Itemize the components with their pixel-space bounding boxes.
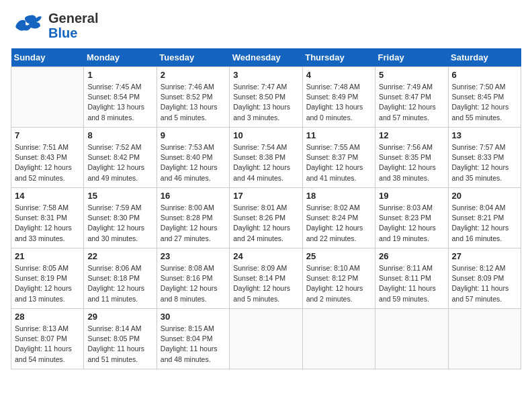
day-info: Sunrise: 7:50 AM Sunset: 8:45 PM Dayligh… bbox=[452, 82, 517, 123]
calendar-cell: 12Sunrise: 7:56 AM Sunset: 8:35 PM Dayli… bbox=[375, 128, 448, 188]
day-number: 30 bbox=[161, 312, 226, 322]
day-info: Sunrise: 8:04 AM Sunset: 8:21 PM Dayligh… bbox=[452, 203, 517, 244]
header-day: Monday bbox=[84, 48, 157, 67]
day-number: 17 bbox=[233, 191, 298, 201]
day-number: 24 bbox=[233, 251, 298, 261]
day-number: 28 bbox=[15, 312, 80, 322]
calendar-cell bbox=[302, 309, 375, 369]
day-number: 9 bbox=[161, 130, 226, 140]
day-number: 6 bbox=[452, 70, 517, 80]
day-number: 20 bbox=[452, 191, 517, 201]
header-day: Thursday bbox=[302, 48, 375, 67]
calendar-week: 21Sunrise: 8:05 AM Sunset: 8:19 PM Dayli… bbox=[11, 248, 521, 309]
day-number: 10 bbox=[233, 130, 298, 140]
calendar-cell: 26Sunrise: 8:11 AM Sunset: 8:11 PM Dayli… bbox=[375, 248, 448, 309]
header-day: Wednesday bbox=[230, 48, 302, 67]
day-number: 25 bbox=[306, 251, 371, 261]
day-number: 29 bbox=[87, 312, 152, 322]
day-info: Sunrise: 8:09 AM Sunset: 8:14 PM Dayligh… bbox=[233, 263, 298, 304]
day-number: 26 bbox=[379, 251, 444, 261]
calendar-week: 1Sunrise: 7:45 AM Sunset: 8:54 PM Daylig… bbox=[11, 67, 521, 128]
calendar-cell: 2Sunrise: 7:46 AM Sunset: 8:52 PM Daylig… bbox=[157, 67, 229, 128]
day-number: 12 bbox=[379, 130, 444, 140]
calendar-cell: 27Sunrise: 8:12 AM Sunset: 8:09 PM Dayli… bbox=[448, 248, 521, 309]
calendar-cell: 25Sunrise: 8:10 AM Sunset: 8:12 PM Dayli… bbox=[302, 248, 375, 309]
day-info: Sunrise: 8:12 AM Sunset: 8:09 PM Dayligh… bbox=[452, 263, 517, 304]
calendar-cell bbox=[375, 309, 448, 369]
day-info: Sunrise: 7:53 AM Sunset: 8:40 PM Dayligh… bbox=[161, 142, 226, 183]
calendar-cell: 23Sunrise: 8:08 AM Sunset: 8:16 PM Dayli… bbox=[157, 248, 229, 309]
day-info: Sunrise: 7:45 AM Sunset: 8:54 PM Dayligh… bbox=[87, 82, 152, 123]
day-info: Sunrise: 8:15 AM Sunset: 8:04 PM Dayligh… bbox=[161, 324, 226, 365]
day-info: Sunrise: 8:13 AM Sunset: 8:07 PM Dayligh… bbox=[15, 324, 80, 365]
day-number: 21 bbox=[15, 251, 80, 261]
day-info: Sunrise: 7:52 AM Sunset: 8:42 PM Dayligh… bbox=[87, 142, 152, 183]
calendar-cell: 13Sunrise: 7:57 AM Sunset: 8:33 PM Dayli… bbox=[448, 128, 521, 188]
day-number: 14 bbox=[15, 191, 80, 201]
calendar-week: 28Sunrise: 8:13 AM Sunset: 8:07 PM Dayli… bbox=[11, 309, 521, 369]
day-info: Sunrise: 7:47 AM Sunset: 8:50 PM Dayligh… bbox=[233, 82, 298, 123]
calendar-cell: 15Sunrise: 7:59 AM Sunset: 8:30 PM Dayli… bbox=[84, 188, 157, 248]
calendar-cell: 9Sunrise: 7:53 AM Sunset: 8:40 PM Daylig… bbox=[157, 128, 229, 188]
day-info: Sunrise: 8:14 AM Sunset: 8:05 PM Dayligh… bbox=[87, 324, 152, 365]
calendar-cell: 21Sunrise: 8:05 AM Sunset: 8:19 PM Dayli… bbox=[11, 248, 84, 309]
calendar-cell: 14Sunrise: 7:58 AM Sunset: 8:31 PM Dayli… bbox=[11, 188, 84, 248]
calendar-cell: 10Sunrise: 7:54 AM Sunset: 8:38 PM Dayli… bbox=[230, 128, 302, 188]
day-info: Sunrise: 7:55 AM Sunset: 8:37 PM Dayligh… bbox=[306, 142, 371, 183]
calendar-cell: 18Sunrise: 8:02 AM Sunset: 8:24 PM Dayli… bbox=[302, 188, 375, 248]
day-info: Sunrise: 7:51 AM Sunset: 8:43 PM Dayligh… bbox=[15, 142, 80, 183]
day-number: 18 bbox=[306, 191, 371, 201]
day-info: Sunrise: 7:46 AM Sunset: 8:52 PM Dayligh… bbox=[161, 82, 226, 123]
calendar-cell: 16Sunrise: 8:00 AM Sunset: 8:28 PM Dayli… bbox=[157, 188, 229, 248]
page-header: General Blue bbox=[11, 11, 521, 40]
calendar-week: 14Sunrise: 7:58 AM Sunset: 8:31 PM Dayli… bbox=[11, 188, 521, 248]
day-number: 11 bbox=[306, 130, 371, 140]
day-number: 15 bbox=[87, 191, 152, 201]
day-number: 4 bbox=[306, 70, 371, 80]
day-info: Sunrise: 7:48 AM Sunset: 8:49 PM Dayligh… bbox=[306, 82, 371, 123]
day-info: Sunrise: 8:03 AM Sunset: 8:23 PM Dayligh… bbox=[379, 203, 444, 244]
logo: General Blue bbox=[11, 11, 98, 40]
calendar-cell bbox=[230, 309, 302, 369]
day-number: 1 bbox=[87, 70, 152, 80]
day-number: 19 bbox=[379, 191, 444, 201]
calendar-cell: 11Sunrise: 7:55 AM Sunset: 8:37 PM Dayli… bbox=[302, 128, 375, 188]
calendar-cell: 7Sunrise: 7:51 AM Sunset: 8:43 PM Daylig… bbox=[11, 128, 84, 188]
calendar-cell: 30Sunrise: 8:15 AM Sunset: 8:04 PM Dayli… bbox=[157, 309, 229, 369]
calendar-cell bbox=[448, 309, 521, 369]
day-info: Sunrise: 8:06 AM Sunset: 8:18 PM Dayligh… bbox=[87, 263, 152, 304]
calendar-week: 7Sunrise: 7:51 AM Sunset: 8:43 PM Daylig… bbox=[11, 128, 521, 188]
header-day: Sunday bbox=[11, 48, 84, 67]
day-number: 27 bbox=[452, 251, 517, 261]
day-info: Sunrise: 7:56 AM Sunset: 8:35 PM Dayligh… bbox=[379, 142, 444, 183]
header-row: SundayMondayTuesdayWednesdayThursdayFrid… bbox=[11, 48, 521, 67]
day-info: Sunrise: 8:00 AM Sunset: 8:28 PM Dayligh… bbox=[161, 203, 226, 244]
day-info: Sunrise: 7:58 AM Sunset: 8:31 PM Dayligh… bbox=[15, 203, 80, 244]
calendar-table: SundayMondayTuesdayWednesdayThursdayFrid… bbox=[11, 48, 521, 369]
logo-text: General Blue bbox=[48, 11, 98, 40]
day-info: Sunrise: 8:05 AM Sunset: 8:19 PM Dayligh… bbox=[15, 263, 80, 304]
calendar-cell: 5Sunrise: 7:49 AM Sunset: 8:47 PM Daylig… bbox=[375, 67, 448, 128]
day-number: 8 bbox=[87, 130, 152, 140]
day-info: Sunrise: 8:08 AM Sunset: 8:16 PM Dayligh… bbox=[161, 263, 226, 304]
calendar-cell: 4Sunrise: 7:48 AM Sunset: 8:49 PM Daylig… bbox=[302, 67, 375, 128]
header-day: Tuesday bbox=[157, 48, 229, 67]
day-info: Sunrise: 8:11 AM Sunset: 8:11 PM Dayligh… bbox=[379, 263, 444, 304]
calendar-cell: 28Sunrise: 8:13 AM Sunset: 8:07 PM Dayli… bbox=[11, 309, 84, 369]
calendar-cell: 3Sunrise: 7:47 AM Sunset: 8:50 PM Daylig… bbox=[230, 67, 302, 128]
header-day: Saturday bbox=[448, 48, 521, 67]
calendar-cell: 19Sunrise: 8:03 AM Sunset: 8:23 PM Dayli… bbox=[375, 188, 448, 248]
logo-icon bbox=[11, 11, 46, 40]
calendar-cell: 6Sunrise: 7:50 AM Sunset: 8:45 PM Daylig… bbox=[448, 67, 521, 128]
calendar-cell: 24Sunrise: 8:09 AM Sunset: 8:14 PM Dayli… bbox=[230, 248, 302, 309]
calendar-cell: 20Sunrise: 8:04 AM Sunset: 8:21 PM Dayli… bbox=[448, 188, 521, 248]
calendar-cell: 1Sunrise: 7:45 AM Sunset: 8:54 PM Daylig… bbox=[84, 67, 157, 128]
day-info: Sunrise: 7:49 AM Sunset: 8:47 PM Dayligh… bbox=[379, 82, 444, 123]
day-info: Sunrise: 7:59 AM Sunset: 8:30 PM Dayligh… bbox=[87, 203, 152, 244]
day-info: Sunrise: 7:54 AM Sunset: 8:38 PM Dayligh… bbox=[233, 142, 298, 183]
header-day: Friday bbox=[375, 48, 448, 67]
day-number: 16 bbox=[161, 191, 226, 201]
calendar-cell bbox=[11, 67, 84, 128]
day-info: Sunrise: 8:01 AM Sunset: 8:26 PM Dayligh… bbox=[233, 203, 298, 244]
calendar-cell: 29Sunrise: 8:14 AM Sunset: 8:05 PM Dayli… bbox=[84, 309, 157, 369]
